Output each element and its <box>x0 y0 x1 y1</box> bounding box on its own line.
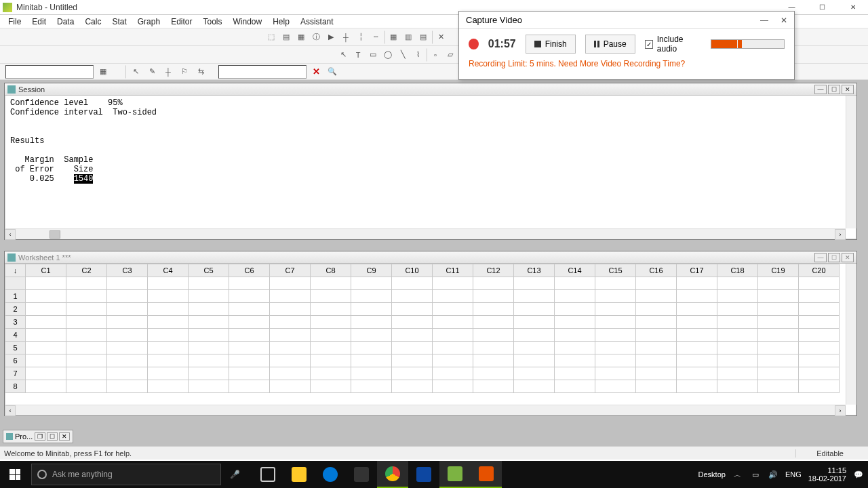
tb-icon[interactable]: ✕ <box>434 30 448 44</box>
row-header[interactable]: 2 <box>5 303 26 316</box>
chevron-up-icon[interactable]: ︿ <box>732 469 743 480</box>
polyline-icon[interactable]: ⌇ <box>411 48 425 62</box>
include-audio-checkbox[interactable]: ✓ <box>645 40 653 49</box>
cancel-icon[interactable]: ✕ <box>309 65 323 79</box>
tb-icon[interactable]: ⬚ <box>264 30 278 44</box>
row-header[interactable]: 5 <box>5 342 26 354</box>
pause-button[interactable]: Pause <box>585 35 635 54</box>
volume-icon[interactable]: 🔊 <box>768 469 778 480</box>
col-header[interactable]: C4 <box>148 264 189 277</box>
edge-icon[interactable] <box>315 461 346 488</box>
clock[interactable]: 11:15 18-02-2017 <box>808 466 846 483</box>
tb-icon[interactable]: ▶ <box>324 30 338 44</box>
row-header[interactable]: 8 <box>5 380 26 393</box>
col-header[interactable]: C5 <box>189 264 229 277</box>
col-header[interactable]: C18 <box>717 264 758 277</box>
col-header[interactable]: C8 <box>311 264 351 277</box>
col-header[interactable]: C17 <box>677 264 717 277</box>
recorder-icon[interactable] <box>471 461 502 488</box>
col-header[interactable]: C16 <box>636 264 677 277</box>
language-indicator[interactable]: ENG <box>785 470 802 479</box>
col-header[interactable]: C9 <box>351 264 392 277</box>
row-header[interactable]: 3 <box>5 316 26 329</box>
mdi-maximize[interactable]: ☐ <box>828 253 840 262</box>
scrollbar-vertical[interactable] <box>846 264 856 405</box>
info-icon[interactable]: ⓘ <box>309 30 323 44</box>
col-header[interactable]: C13 <box>514 264 555 277</box>
capture-close[interactable]: ✕ <box>781 16 787 25</box>
formula-input[interactable] <box>218 65 307 79</box>
col-header-corner[interactable]: ↓ <box>5 264 26 277</box>
project-window-minimized[interactable]: Pro... ❐ ☐ ✕ <box>3 430 73 443</box>
rect-icon[interactable]: ▭ <box>366 48 380 62</box>
text-icon[interactable]: T <box>351 48 365 62</box>
mdi-close[interactable]: ✕ <box>842 85 854 94</box>
minitab-icon[interactable] <box>439 461 471 488</box>
pointer-icon[interactable]: ↖ <box>129 65 142 79</box>
store-icon[interactable] <box>346 461 377 488</box>
maximize-button[interactable]: ☐ <box>807 0 837 14</box>
scrollbar-horizontal[interactable]: ‹ › <box>5 405 846 415</box>
scroll-right-icon[interactable]: › <box>835 229 846 240</box>
ellipse-icon[interactable]: ◯ <box>381 48 395 62</box>
menu-assistant[interactable]: Assistant <box>296 16 338 28</box>
scroll-left-icon[interactable]: ‹ <box>5 229 16 240</box>
capture-title-bar[interactable]: Capture Video — ✕ <box>459 12 794 29</box>
capture-minimize[interactable]: — <box>760 16 768 25</box>
flag-icon[interactable]: ⚐ <box>178 65 191 79</box>
menu-file[interactable]: File <box>4 16 25 28</box>
crosshair-icon[interactable]: ┼ <box>161 65 175 79</box>
col-header[interactable]: C11 <box>433 264 473 277</box>
scrollbar-horizontal[interactable]: ‹ › <box>5 228 846 239</box>
col-header[interactable]: C1 <box>26 264 66 277</box>
tb-icon[interactable]: ┼ <box>339 30 353 44</box>
col-header[interactable]: C7 <box>270 264 311 277</box>
worksheet-title-bar[interactable]: Worksheet 1 *** — ☐ ✕ <box>5 251 856 264</box>
start-button[interactable] <box>0 461 30 488</box>
row-header[interactable]: 4 <box>5 329 26 342</box>
marker-icon[interactable]: ▫ <box>429 48 442 62</box>
tb-icon[interactable]: ▤ <box>279 30 293 44</box>
col-header[interactable]: C19 <box>758 264 799 277</box>
col-header[interactable]: C12 <box>473 264 514 277</box>
scrollbar-vertical[interactable] <box>846 96 856 228</box>
scroll-thumb[interactable] <box>50 230 60 239</box>
task-view-icon[interactable] <box>252 461 283 488</box>
teamviewer-icon[interactable] <box>408 461 439 488</box>
menu-edit[interactable]: Edit <box>28 16 50 28</box>
polygon-icon[interactable]: ▱ <box>443 48 457 62</box>
tb-icon[interactable]: ╌ <box>369 30 382 44</box>
brush-icon[interactable]: ✎ <box>145 65 159 79</box>
name-box[interactable] <box>5 65 94 79</box>
mdi-close[interactable]: ✕ <box>842 253 854 262</box>
taskbar-search[interactable]: Ask me anything <box>31 464 221 485</box>
col-header[interactable]: C15 <box>595 264 636 277</box>
notifications-icon[interactable]: 💬 <box>853 469 864 480</box>
mdi-maximize[interactable]: ☐ <box>828 85 840 94</box>
col-header[interactable]: C10 <box>392 264 433 277</box>
menu-graph[interactable]: Graph <box>134 16 164 28</box>
desktop-label[interactable]: Desktop <box>698 470 726 479</box>
mdi-minimize[interactable]: — <box>814 85 827 94</box>
scroll-left-icon[interactable]: ‹ <box>5 405 16 416</box>
col-header[interactable]: C14 <box>555 264 595 277</box>
zoom-icon[interactable]: 🔍 <box>326 65 339 79</box>
col-header[interactable]: C6 <box>229 264 270 277</box>
line-icon[interactable]: ╲ <box>396 48 410 62</box>
pointer-icon[interactable]: ↖ <box>336 48 350 62</box>
col-header[interactable]: C3 <box>107 264 148 277</box>
menu-data[interactable]: Data <box>53 16 78 28</box>
menu-window[interactable]: Window <box>229 16 267 28</box>
menu-editor[interactable]: Editor <box>167 16 196 28</box>
tb-icon[interactable]: ▥ <box>401 30 415 44</box>
cell[interactable] <box>26 290 66 303</box>
col-header[interactable]: C2 <box>66 264 107 277</box>
scroll-right-icon[interactable]: › <box>835 405 846 416</box>
file-explorer-icon[interactable] <box>283 461 315 488</box>
session-output[interactable]: Confidence level 95% Confidence interval… <box>5 96 856 227</box>
network-icon[interactable]: ▭ <box>750 469 761 480</box>
mdi-restore[interactable]: ❐ <box>35 432 45 441</box>
row-header[interactable] <box>5 277 26 290</box>
mdi-close[interactable]: ✕ <box>59 432 70 441</box>
tb-icon[interactable]: ╎ <box>354 30 368 44</box>
